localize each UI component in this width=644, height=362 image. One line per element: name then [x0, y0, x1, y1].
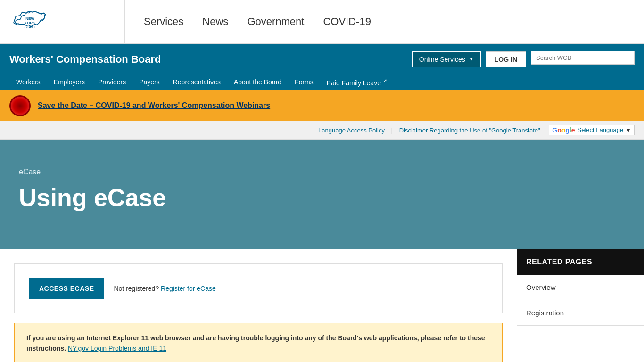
wcb-header: Workers' Compensation Board Online Servi… [0, 44, 644, 90]
hero-section: eCase Using eCase [0, 140, 644, 249]
svg-text:YORK: YORK [25, 21, 36, 25]
main-navigation: Services News Government COVID-19 [125, 16, 371, 28]
google-g-icon: Google [552, 126, 575, 134]
chevron-down-icon: ▼ [469, 57, 474, 62]
google-translate-disclaimer-link[interactable]: Disclaimer Regarding the Use of "Google … [399, 127, 540, 134]
translate-dropdown-arrow-icon: ▼ [626, 127, 631, 133]
related-pages-header: RELATED PAGES [517, 249, 644, 275]
sidebar-item-registration[interactable]: Registration [517, 300, 644, 326]
workers-link[interactable]: Workers [9, 74, 47, 90]
news-link[interactable]: News [202, 16, 228, 28]
main-area: ACCESS ECASE Not registered? Register fo… [0, 249, 644, 362]
language-access-policy-link[interactable]: Language Access Policy [318, 127, 385, 134]
google-translate-widget[interactable]: Google Select Language ▼ [549, 125, 635, 135]
about-board-link[interactable]: About the Board [227, 74, 288, 90]
forms-link[interactable]: Forms [288, 74, 320, 90]
svg-text:STATE: STATE [25, 25, 37, 29]
wcb-nav-links: Workers Employers Providers Payers Repre… [9, 74, 394, 90]
search-input[interactable] [531, 51, 635, 65]
hero-breadcrumb: eCase [19, 168, 625, 176]
providers-link[interactable]: Providers [91, 74, 132, 90]
announcement-link[interactable]: Save the Date – COVID-19 and Workers' Co… [38, 101, 270, 109]
ie-warning-box: If you are using an Internet Explorer 11… [14, 323, 503, 362]
announcement-banner: Save the Date – COVID-19 and Workers' Co… [0, 90, 644, 121]
wcb-title: Workers' Compensation Board [9, 53, 161, 66]
pfl-label: Paid Family Leave [327, 79, 381, 87]
wcb-header-controls: Online Services ▼ LOG IN [412, 51, 635, 67]
ny-state-logo[interactable]: NEW YORK STATE [9, 8, 52, 36]
separator: | [391, 127, 393, 134]
employers-link[interactable]: Employers [47, 74, 91, 90]
covid19-link[interactable]: COVID-19 [323, 16, 371, 28]
access-ecase-button[interactable]: ACCESS ECASE [29, 278, 104, 299]
ie-warning-link[interactable]: NY.gov Login Problems and IE 11 [68, 345, 166, 352]
page-title: Using eCase [19, 183, 625, 212]
login-button[interactable]: LOG IN [486, 51, 526, 67]
services-link[interactable]: Services [144, 16, 183, 28]
translate-bar: Language Access Policy | Disclaimer Rega… [0, 121, 644, 140]
select-language-label: Select Language [578, 126, 624, 133]
paid-family-leave-link[interactable]: Paid Family Leave ➚ [320, 74, 394, 90]
svg-text:NEW: NEW [25, 16, 34, 21]
logo-area: NEW YORK STATE [9, 0, 125, 43]
top-navigation: NEW YORK STATE Services News Government … [0, 0, 644, 44]
representatives-link[interactable]: Representatives [166, 74, 227, 90]
wcb-header-top: Workers' Compensation Board Online Servi… [9, 51, 635, 72]
register-ecase-link[interactable]: Register for eCase [161, 285, 216, 292]
government-link[interactable]: Government [247, 16, 304, 28]
covid-icon [9, 95, 31, 116]
external-link-icon: ➚ [383, 78, 387, 83]
search-box [531, 51, 635, 65]
wcb-navigation: Workers Employers Providers Payers Repre… [9, 72, 635, 90]
access-ecase-box: ACCESS ECASE Not registered? Register fo… [14, 263, 503, 313]
sidebar-item-overview[interactable]: Overview [517, 275, 644, 300]
announcement-text: Save the Date – COVID-19 and Workers' Co… [38, 101, 270, 110]
payers-link[interactable]: Payers [132, 74, 166, 90]
not-registered-text: Not registered? Register for eCase [114, 285, 215, 292]
content-area: ACCESS ECASE Not registered? Register fo… [0, 249, 517, 362]
online-services-button[interactable]: Online Services ▼ [412, 51, 481, 67]
online-services-label: Online Services [419, 56, 465, 63]
sidebar: RELATED PAGES Overview Registration [517, 249, 644, 362]
